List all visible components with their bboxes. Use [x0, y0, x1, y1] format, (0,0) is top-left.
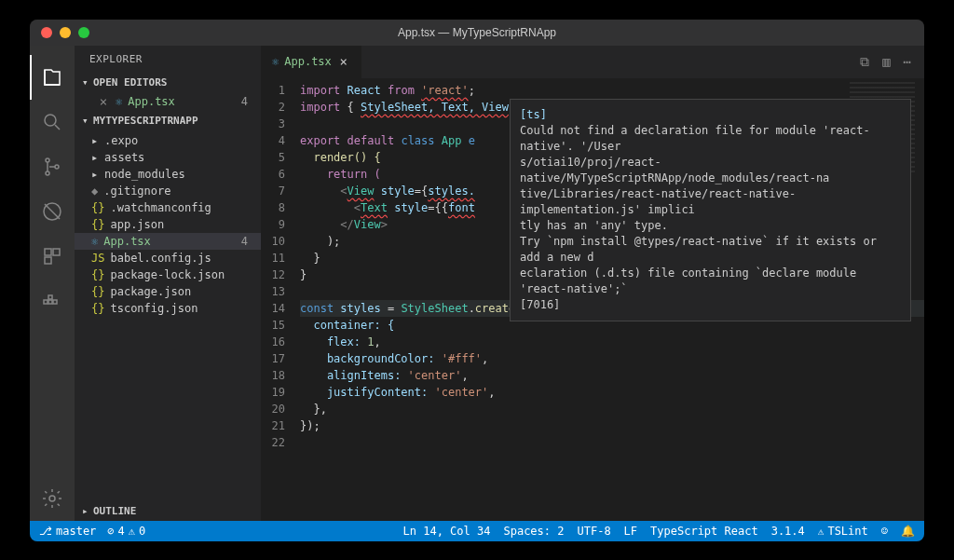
svg-rect-5	[45, 249, 51, 255]
svg-point-12	[49, 496, 55, 501]
svg-rect-10	[53, 300, 57, 304]
editor-area: ⚛ App.tsx × ⧉ ▥ ⋯ 1234567891011121314151…	[261, 46, 924, 521]
error-count-badge: 4	[241, 95, 253, 108]
explorer-icon[interactable]	[30, 55, 75, 100]
react-icon: ⚛	[272, 55, 279, 68]
eol-status[interactable]: LF	[624, 525, 637, 538]
activity-bar	[30, 46, 75, 521]
settings-gear-icon[interactable]	[30, 476, 75, 521]
typescript-version[interactable]: 3.1.4	[771, 525, 805, 538]
tslint-status[interactable]: TSLint	[818, 525, 868, 538]
more-actions-icon[interactable]: ⋯	[904, 54, 911, 69]
warning-icon	[818, 525, 825, 538]
chevron-right-icon: ▸	[91, 168, 99, 181]
chevron-right-icon: ▸	[91, 151, 99, 164]
file-tree: ▸.expo ▸assets ▸node_modules ◆.gitignore…	[75, 130, 261, 319]
window-title: App.tsx — MyTypeScriptRNApp	[398, 26, 556, 39]
svg-rect-11	[48, 295, 52, 299]
problems-status[interactable]: ⊘4 ⚠0	[107, 525, 145, 538]
json-icon: {}	[91, 302, 104, 315]
error-icon: ⊘	[107, 525, 114, 538]
svg-rect-6	[53, 249, 60, 255]
tree-file[interactable]: {}tsconfig.json	[75, 300, 261, 317]
tab-label: App.tsx	[284, 55, 332, 68]
titlebar: App.tsx — MyTypeScriptRNApp	[30, 20, 924, 46]
react-icon: ⚛	[91, 235, 98, 248]
editor-body[interactable]: 12345678910111213141516171819202122 impo…	[261, 78, 924, 521]
json-icon: {}	[91, 285, 104, 298]
open-editors-header[interactable]: ▾OPEN EDITORS	[75, 73, 261, 92]
tree-file[interactable]: JSbabel.config.js	[75, 250, 261, 266]
chevron-down-icon: ▾	[82, 76, 89, 89]
compare-icon[interactable]: ⧉	[860, 54, 869, 70]
js-icon: JS	[91, 252, 104, 265]
file-icon: ◆	[91, 184, 98, 198]
chevron-down-icon: ▾	[82, 115, 89, 127]
code-content[interactable]: import React from 'react'; import { Styl…	[300, 78, 924, 521]
react-icon: ⚛	[116, 95, 122, 108]
encoding-status[interactable]: UTF-8	[577, 525, 610, 538]
svg-point-3	[55, 165, 59, 169]
svg-point-1	[46, 158, 49, 162]
tree-file[interactable]: {}package.json	[75, 283, 261, 300]
git-branch-icon: ⎇	[39, 525, 52, 538]
warning-icon: ⚠	[129, 525, 135, 538]
tooltip-source: [ts]	[520, 107, 901, 123]
split-editor-icon[interactable]: ▥	[882, 54, 890, 69]
svg-rect-7	[45, 257, 51, 264]
extensions-icon[interactable]	[30, 234, 75, 279]
tree-file[interactable]: ⚛App.tsx4	[75, 233, 261, 250]
tab-app-tsx[interactable]: ⚛ App.tsx ×	[261, 46, 362, 78]
feedback-icon[interactable]: ☺	[881, 525, 888, 538]
svg-rect-9	[48, 300, 52, 304]
close-icon[interactable]: ×	[97, 94, 110, 109]
close-tab-icon[interactable]: ×	[337, 54, 350, 69]
cursor-position[interactable]: Ln 14, Col 34	[403, 525, 491, 538]
tree-file[interactable]: ◆.gitignore	[75, 183, 261, 199]
outline-header[interactable]: ▸OUTLINE	[75, 501, 261, 521]
traffic-lights	[41, 27, 89, 38]
json-icon: {}	[91, 218, 104, 231]
app-window: App.tsx — MyTypeScriptRNApp EXPLORER ▾OP…	[30, 20, 924, 541]
git-branch-status[interactable]: ⎇master	[39, 525, 96, 538]
open-editor-item[interactable]: × ⚛ App.tsx 4	[75, 92, 261, 111]
json-icon: {}	[91, 268, 104, 281]
project-header[interactable]: ▾MYTYPESCRIPTRNAPP	[75, 111, 261, 130]
indentation-status[interactable]: Spaces: 2	[503, 525, 564, 538]
sidebar-title: EXPLORER	[75, 46, 261, 73]
svg-rect-8	[44, 300, 48, 304]
line-number-gutter: 12345678910111213141516171819202122	[261, 78, 300, 521]
hover-error-tooltip: [ts] Could not find a declaration file f…	[510, 99, 911, 321]
notifications-bell-icon[interactable]: 🔔	[901, 525, 915, 538]
close-window-button[interactable]	[41, 27, 52, 38]
error-count-badge: 4	[241, 235, 253, 248]
tree-file[interactable]: {}package-lock.json	[75, 266, 261, 283]
tree-folder[interactable]: ▸node_modules	[75, 166, 261, 183]
language-mode-status[interactable]: TypeScript React	[650, 525, 758, 538]
chevron-right-icon: ▸	[91, 134, 99, 147]
tree-file[interactable]: {}.watchmanconfig	[75, 199, 261, 216]
editor-file-name: App.tsx	[128, 95, 175, 108]
editor-actions: ⧉ ▥ ⋯	[847, 46, 924, 78]
source-control-icon[interactable]	[30, 144, 75, 189]
svg-point-0	[45, 115, 56, 126]
tree-file[interactable]: {}app.json	[75, 216, 261, 233]
tree-folder[interactable]: ▸.expo	[75, 132, 261, 149]
body: EXPLORER ▾OPEN EDITORS × ⚛ App.tsx 4 ▾MY…	[30, 46, 924, 521]
tree-folder[interactable]: ▸assets	[75, 149, 261, 166]
debug-icon[interactable]	[30, 189, 75, 234]
search-icon[interactable]	[30, 100, 75, 144]
status-bar: ⎇master ⊘4 ⚠0 Ln 14, Col 34 Spaces: 2 UT…	[30, 521, 924, 541]
svg-point-2	[46, 171, 49, 175]
minimize-window-button[interactable]	[60, 27, 71, 38]
docker-icon[interactable]	[30, 279, 75, 323]
maximize-window-button[interactable]	[78, 27, 89, 38]
tabs-row: ⚛ App.tsx × ⧉ ▥ ⋯	[261, 46, 924, 78]
chevron-right-icon: ▸	[82, 505, 89, 517]
sidebar: EXPLORER ▾OPEN EDITORS × ⚛ App.tsx 4 ▾MY…	[75, 46, 261, 521]
json-icon: {}	[91, 201, 104, 214]
